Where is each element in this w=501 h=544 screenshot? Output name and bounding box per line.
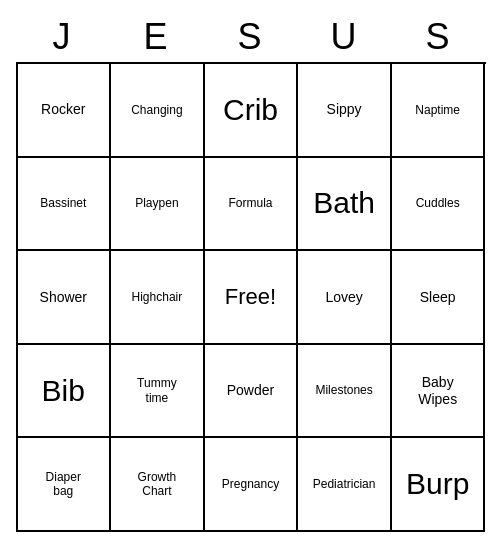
bingo-cell-21: GrowthChart	[111, 438, 205, 532]
bingo-cell-0: Rocker	[18, 64, 112, 158]
bingo-cell-15: Bib	[18, 345, 112, 439]
cell-text-2: Crib	[223, 92, 278, 128]
cell-text-24: Burp	[406, 466, 469, 502]
cell-text-9: Cuddles	[416, 196, 460, 210]
cell-text-0: Rocker	[41, 101, 85, 118]
bingo-grid: RockerChangingCribSippyNaptimeBassinetPl…	[16, 62, 486, 532]
cell-text-5: Bassinet	[40, 196, 86, 210]
cell-text-4: Naptime	[415, 103, 460, 117]
header-letter-u: U	[298, 12, 392, 62]
bingo-cell-24: Burp	[392, 438, 486, 532]
bingo-cell-11: Highchair	[111, 251, 205, 345]
cell-text-8: Bath	[313, 185, 375, 221]
bingo-cell-12: Free!	[205, 251, 299, 345]
cell-text-18: Milestones	[315, 383, 372, 397]
bingo-cell-8: Bath	[298, 158, 392, 252]
header-letter-s: S	[392, 12, 486, 62]
bingo-cell-3: Sippy	[298, 64, 392, 158]
cell-text-15: Bib	[42, 373, 85, 409]
cell-text-14: Sleep	[420, 289, 456, 306]
bingo-cell-10: Shower	[18, 251, 112, 345]
cell-text-17: Powder	[227, 382, 274, 399]
cell-text-19: BabyWipes	[418, 374, 457, 408]
bingo-cell-9: Cuddles	[392, 158, 486, 252]
bingo-cell-1: Changing	[111, 64, 205, 158]
cell-text-13: Lovey	[325, 289, 362, 306]
bingo-cell-18: Milestones	[298, 345, 392, 439]
cell-text-10: Shower	[40, 289, 87, 306]
bingo-cell-7: Formula	[205, 158, 299, 252]
cell-text-20: Diaperbag	[46, 470, 81, 499]
header-letter-s: S	[204, 12, 298, 62]
bingo-cell-6: Playpen	[111, 158, 205, 252]
bingo-card: JESUS RockerChangingCribSippyNaptimeBass…	[16, 12, 486, 532]
cell-text-11: Highchair	[132, 290, 183, 304]
bingo-cell-19: BabyWipes	[392, 345, 486, 439]
header-letter-e: E	[110, 12, 204, 62]
cell-text-3: Sippy	[327, 101, 362, 118]
bingo-cell-23: Pediatrician	[298, 438, 392, 532]
bingo-cell-16: Tummytime	[111, 345, 205, 439]
cell-text-21: GrowthChart	[138, 470, 177, 499]
bingo-cell-20: Diaperbag	[18, 438, 112, 532]
bingo-cell-14: Sleep	[392, 251, 486, 345]
header-letter-j: J	[16, 12, 110, 62]
bingo-cell-2: Crib	[205, 64, 299, 158]
header-row: JESUS	[16, 12, 486, 62]
bingo-cell-5: Bassinet	[18, 158, 112, 252]
bingo-cell-4: Naptime	[392, 64, 486, 158]
bingo-cell-13: Lovey	[298, 251, 392, 345]
cell-text-12: Free!	[225, 284, 276, 310]
cell-text-22: Pregnancy	[222, 477, 279, 491]
cell-text-7: Formula	[228, 196, 272, 210]
cell-text-1: Changing	[131, 103, 182, 117]
bingo-cell-22: Pregnancy	[205, 438, 299, 532]
cell-text-23: Pediatrician	[313, 477, 376, 491]
cell-text-6: Playpen	[135, 196, 178, 210]
cell-text-16: Tummytime	[137, 376, 177, 405]
bingo-cell-17: Powder	[205, 345, 299, 439]
